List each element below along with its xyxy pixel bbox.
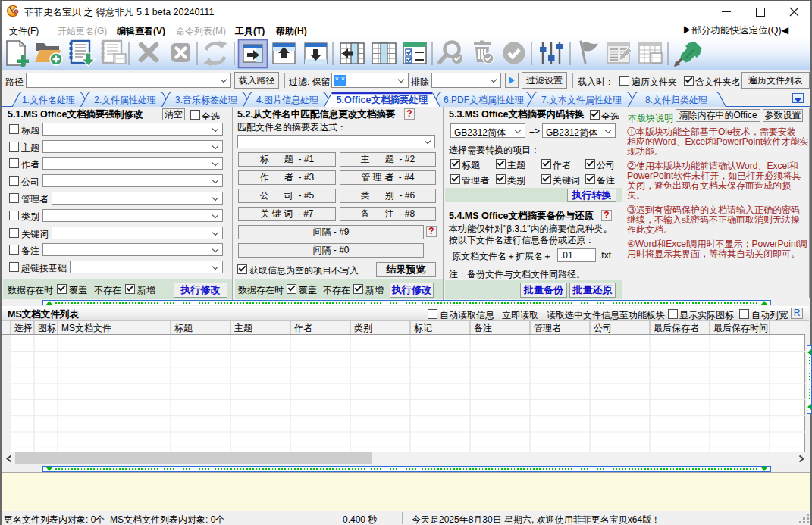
svg-text:7.文本文件属性处理: 7.文本文件属性处理: [541, 95, 622, 105]
svg-text:6.PDF文档属性处理: 6.PDF文档属性处理: [444, 95, 524, 105]
svg-text:备注: 备注: [474, 323, 492, 333]
svg-text:1.文件名处理: 1.文件名处理: [22, 95, 75, 105]
svg-text:3.音乐标签处理: 3.音乐标签处理: [175, 95, 237, 105]
svg-text:作者: 作者: [293, 323, 312, 333]
svg-text:公司: 公司: [594, 323, 612, 333]
svg-text:管理者: 管理者: [534, 323, 561, 333]
svg-text:2.文件属性处理: 2.文件属性处理: [94, 95, 156, 105]
svg-text:5.Office文档摘要处理: 5.Office文档摘要处理: [337, 94, 428, 105]
svg-text:8.文件归类处理: 8.文件归类处理: [645, 95, 707, 105]
svg-text:图标: 图标: [38, 323, 57, 333]
svg-text:选择: 选择: [14, 323, 33, 333]
svg-text:标题: 标题: [174, 323, 193, 333]
svg-text:类别: 类别: [354, 323, 372, 333]
svg-text:最后保存者: 最后保存者: [654, 323, 699, 333]
svg-text:标记: 标记: [414, 323, 432, 333]
svg-text:主题: 主题: [234, 323, 252, 333]
svg-text:MS文档文件: MS文档文件: [61, 323, 111, 333]
svg-text:4.图片信息处理: 4.图片信息处理: [256, 95, 318, 105]
svg-text:最后保存时间: 最后保存时间: [713, 323, 768, 333]
